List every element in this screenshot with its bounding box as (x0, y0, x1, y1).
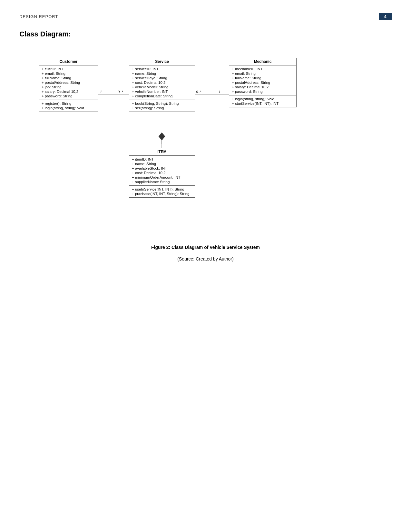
section-heading: Class Diagram: (19, 30, 392, 38)
service-methods: + book(String, String): String + sell(st… (129, 100, 195, 112)
mechanic-attributes: + mechanicID: INT + email: String + full… (229, 65, 296, 95)
attr-row: + custID: INT (42, 67, 95, 71)
customer-class-header: Customer (39, 58, 98, 65)
attr-row: + salary: Decimal 10,2 (42, 89, 95, 94)
customer-methods: + register(): String + login(string, str… (39, 100, 98, 112)
attr-row: + mechanicID: INT (232, 67, 294, 71)
customer-attributes: + custID: INT + email: String + fullName… (39, 65, 98, 100)
attr-row: + salary: Decimal 10,2 (232, 85, 294, 89)
method-row: + startService(INT, INT): INT (232, 101, 294, 106)
service-class: Service + serviceID: INT + name: String … (129, 58, 195, 112)
svg-marker-3 (159, 133, 165, 140)
attr-row: + cost: Decimal 10,2 (132, 171, 192, 175)
attr-row: + availableStock: INT (132, 166, 192, 171)
item-class-header: ITEM (129, 148, 195, 156)
attr-row: + name: String (132, 162, 192, 166)
attr-row: + postalAddress: String (232, 80, 294, 85)
attr-row: + job: String (42, 85, 95, 89)
attr-row: + password: String (42, 94, 95, 98)
method-row: + book(String, String): String (132, 101, 192, 106)
method-row: + register(): String (42, 101, 95, 106)
page: DESIGN REPORT 4 Class Diagram: 1 0..* 0.… (0, 0, 411, 532)
service-class-header: Service (129, 58, 195, 65)
attr-row: + fullName: String (232, 76, 294, 80)
class-diagram: 1 0..* 0..* 1 Customer + custID: INT + e… (19, 48, 392, 235)
attr-row: + serviceID: INT (132, 67, 192, 71)
attr-row: + minimumOrderAmount: INT (132, 175, 192, 180)
method-row: + login(string, string): void (42, 106, 95, 110)
attr-row: + name: String (132, 71, 192, 76)
attr-row: + vehcileNumber: INT (132, 89, 192, 94)
mechanic-methods: + login(string, string): void + startSer… (229, 95, 296, 107)
customer-class: Customer + custID: INT + email: String +… (39, 58, 98, 112)
attr-row: + itemID: INT (132, 157, 192, 162)
attr-row: + vehcileModel: String (132, 85, 192, 89)
mechanic-class: Mechanic + mechanicID: INT + email: Stri… (229, 58, 297, 107)
mult-mechanic-side: 1 (219, 90, 220, 94)
mult-service-right: 0..* (196, 90, 201, 94)
document-title: DESIGN REPORT (19, 14, 58, 19)
attr-row: + email: String (232, 71, 294, 76)
mult-service-left: 0..* (118, 90, 123, 94)
attr-row: + completionDate: String (132, 94, 192, 98)
attr-row: + password: String (232, 89, 294, 94)
attr-row: + supplierName: String (132, 180, 192, 184)
mult-customer-side: 1 (100, 90, 102, 94)
method-row: + purchase(INT, INT, String): String (132, 192, 192, 196)
item-methods: + useInService(INT, INT): String + purch… (129, 186, 195, 197)
figure-caption: Figure 2: Class Diagram of Vehicle Servi… (19, 245, 392, 250)
page-number: 4 (379, 13, 392, 20)
figure-source: (Source: Created by Author) (19, 256, 392, 261)
method-row: + useInService(INT, INT): String (132, 187, 192, 192)
attr-row: + cost: Decimal 10,2 (132, 80, 192, 85)
attr-row: + serviceDaye: String (132, 76, 192, 80)
attr-row: + fullName: String (42, 76, 95, 80)
service-attributes: + serviceID: INT + name: String + servic… (129, 65, 195, 100)
attr-row: + postalAddress: String (42, 80, 95, 85)
item-class: ITEM + itemID: INT + name: String + avai… (129, 148, 195, 198)
method-row: + sell(string): String (132, 106, 192, 110)
method-row: + login(string, string): void (232, 97, 294, 101)
attr-row: + email: String (42, 71, 95, 76)
mechanic-class-header: Mechanic (229, 58, 296, 65)
item-attributes: + itemID: INT + name: String + available… (129, 156, 195, 186)
header: DESIGN REPORT 4 (19, 13, 392, 20)
